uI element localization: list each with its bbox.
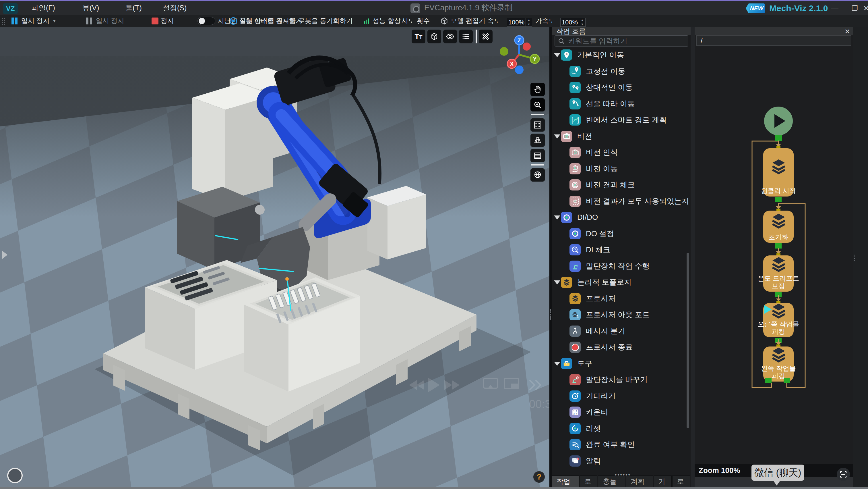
accel-spinner[interactable]: ▲▼ [579, 18, 585, 26]
tree-item[interactable]: 비전 인식 [552, 144, 691, 161]
help-button[interactable]: ? [533, 471, 545, 483]
stop-button[interactable]: 정지 [152, 15, 174, 27]
layers-panel-button[interactable] [530, 149, 545, 162]
search-input[interactable]: 키워드를 입력하기 [555, 35, 688, 47]
tree-item-label: 비전 인식 [586, 147, 618, 157]
layers-icon [569, 293, 581, 304]
zoom-tool-button[interactable] [530, 98, 545, 112]
tree-item-label: DO 설정 [586, 229, 614, 239]
pause-secondary-button[interactable]: 일시 정지 [86, 15, 124, 27]
tree-item[interactable]: 비전 결과 체크 [552, 177, 691, 193]
tree-item[interactable]: DO 설정 [552, 226, 691, 242]
tree-item[interactable]: 기다리기 [552, 388, 691, 404]
tree-item[interactable]: 상대적인 이동 [552, 79, 691, 96]
3d-viewport[interactable]: 00:34 TT Z Y X [0, 27, 549, 489]
menu-file[interactable]: 파일(F) [32, 1, 55, 15]
robot-master-control-button[interactable]: 로봇 마스터 컨트롤 [229, 15, 296, 27]
tree-item[interactable]: 빈에서 스마트 경로 계획 [552, 112, 691, 128]
tree-scrollbar[interactable] [687, 253, 689, 428]
tree-item[interactable]: 리셋 [552, 420, 691, 437]
tree-item[interactable]: 비전 [552, 128, 691, 145]
tree-item[interactable]: 고정점 이동 [552, 63, 691, 80]
tree-item[interactable]: 논리적 토폴로지 [552, 274, 691, 290]
tree-item[interactable]: 프로시저 종료 [552, 339, 691, 355]
measure-tools-button[interactable] [479, 30, 493, 44]
tab-collision[interactable]: 충돌 감지 [598, 476, 625, 487]
chevron-down-icon[interactable]: ▼ [52, 19, 56, 23]
tree-item[interactable]: 말단장치 작업 수행 [552, 258, 691, 275]
tree-item[interactable]: 프로시저 아웃 포트 [552, 307, 691, 323]
tree-item[interactable]: 완료 여부 확인 [552, 436, 691, 453]
menu-settings[interactable]: 설정(S) [163, 1, 187, 15]
toolbar-grip[interactable] [2, 17, 6, 25]
perspective-button[interactable] [530, 134, 545, 147]
tree-item[interactable]: 메시지 분기 [552, 323, 691, 339]
tree-item[interactable]: 말단장치를 바꾸기 [552, 372, 691, 388]
pan-tool-button[interactable] [530, 83, 545, 96]
tab-log[interactable]: 로그 [672, 476, 690, 487]
tree-item[interactable]: 카운터 [552, 404, 691, 420]
visibility-button[interactable] [443, 30, 457, 44]
wechat-scan-icon[interactable] [837, 468, 850, 481]
3d-scene: 00:34 [0, 27, 549, 489]
performance-icon [363, 17, 370, 25]
pause-button[interactable]: 일시 정지▼ [11, 15, 56, 27]
text-tool-button[interactable]: TT [412, 30, 425, 44]
tree-item-label: 프로시저 [586, 294, 616, 304]
counter-icon [569, 406, 581, 418]
graph-breadcrumb[interactable]: / [696, 35, 851, 46]
collapse-arrow-icon[interactable] [554, 362, 560, 366]
panel-divider[interactable] [549, 27, 552, 489]
tree-item[interactable]: 비전 결과가 모두 사용되었는지 확인하기 [552, 193, 691, 209]
menu-view[interactable]: 뷰(V) [82, 1, 99, 15]
tree-item[interactable]: DI 체크 [552, 241, 691, 258]
fit-view-button[interactable] [530, 118, 545, 132]
tab-robot[interactable]: 로봇 [580, 476, 597, 487]
tree-item[interactable]: 프로시저 [552, 290, 691, 307]
stop-icon [152, 18, 158, 24]
tree-item-label: 말단장치 작업 수행 [586, 261, 650, 271]
menu-tools[interactable]: 툴(T) [125, 1, 142, 15]
list-view-button[interactable] [459, 30, 473, 44]
close-icon[interactable]: ✕ [844, 28, 850, 36]
collapse-arrow-icon[interactable] [554, 53, 560, 57]
tree-item[interactable]: 도구 [552, 355, 691, 372]
axis-gizmo[interactable]: Z Y X [498, 32, 546, 79]
speed-input[interactable]: 100%▲▼ [507, 18, 532, 27]
workflow-graph[interactable]: 원클릭 시작초기화온도 드리프트보정오른쪽 작업물피킹왼쪽 작업물피킹 [694, 46, 853, 464]
model-editor-button[interactable]: 모델 편집기 [440, 15, 485, 27]
tree-item[interactable]: DI/DO [552, 209, 691, 226]
collapse-arrow-icon[interactable] [554, 280, 560, 284]
pin-icon [561, 50, 572, 61]
globe-view-button[interactable] [530, 168, 545, 181]
tree-item-label: 완료 여부 확인 [586, 439, 634, 450]
speed-spinner[interactable]: ▲▼ [526, 18, 532, 26]
collapse-arrow-icon[interactable] [554, 135, 560, 139]
performance-button[interactable]: 성능 향상 [363, 15, 401, 27]
accel-input[interactable]: 100%▲▼ [560, 18, 586, 27]
tree-item[interactable]: 알림 [552, 453, 691, 469]
tab-workflow[interactable]: 작업 흐름 [552, 476, 579, 487]
tree-item[interactable]: 비전 이동 [552, 161, 691, 177]
tree-item[interactable]: 선을 따라 이동 [552, 96, 691, 112]
pause-icon [11, 18, 19, 24]
tree-item-label: 비전 결과가 모두 사용되었는지 확인하기 [586, 196, 691, 206]
model-editor-icon [440, 17, 448, 25]
minimize-button[interactable]: — [827, 1, 843, 16]
camera-route-icon [569, 163, 581, 174]
tree-item-label: 고정점 이동 [586, 66, 625, 77]
svg-text:Y: Y [533, 56, 536, 62]
layers-icon [561, 277, 572, 288]
search-check-icon [569, 439, 581, 450]
cube-view-button[interactable] [427, 30, 441, 44]
tab-plan-history[interactable]: 계획 기록 [626, 476, 653, 487]
attempt-count-button[interactable]: 시도 횟수 [402, 15, 430, 27]
sync-robot-button[interactable]: 로봇을 동기화하기 [288, 15, 353, 27]
toggle-switch[interactable] [197, 17, 215, 25]
close-button[interactable]: ✕ [858, 1, 868, 16]
collapse-arrow-icon[interactable] [554, 215, 560, 220]
node-label: 보정 [772, 282, 785, 290]
tree-item[interactable]: 기본적인 이동 [552, 47, 691, 63]
tab-others[interactable]: 기타 [654, 476, 671, 487]
axis-neg-y [500, 47, 508, 56]
